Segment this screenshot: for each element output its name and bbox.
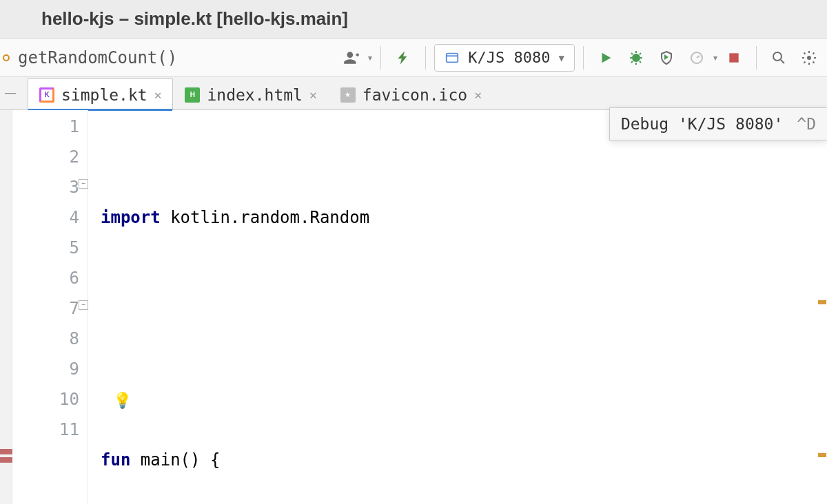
change-marker — [0, 457, 12, 463]
settings-button[interactable] — [795, 44, 823, 72]
svg-point-1 — [632, 54, 640, 62]
line-number[interactable]: 6 — [12, 263, 79, 293]
run-configuration-label: K/JS 8080 — [468, 49, 550, 66]
line-number[interactable]: 4 — [12, 202, 79, 233]
window-title-bar: hello-kjs – simple.kt [hello-kjs.main] — [0, 0, 827, 39]
change-marker — [0, 449, 12, 454]
close-icon[interactable]: ✕ — [309, 87, 317, 102]
close-icon[interactable]: ✕ — [474, 87, 482, 102]
profile-button[interactable] — [683, 44, 711, 72]
warning-marker[interactable] — [818, 453, 826, 457]
kw-import: import — [101, 208, 161, 227]
toolbar-separator — [756, 46, 757, 70]
line-number[interactable]: 9 — [12, 354, 79, 384]
tab-label: favicon.ico — [363, 86, 467, 104]
code-text: () { — [181, 450, 221, 470]
svg-point-5 — [807, 56, 811, 60]
svg-rect-3 — [729, 53, 738, 62]
chevron-down-icon: ▼ — [559, 52, 564, 63]
dropdown-caret-icon[interactable]: ▾ — [713, 53, 717, 63]
tab-label: index.html — [207, 86, 302, 104]
kotlin-file-icon — [39, 87, 54, 103]
breadcrumb-function[interactable]: getRandomCount() — [17, 48, 177, 67]
intention-bulb-icon[interactable]: 💡 — [113, 386, 128, 401]
html-file-icon — [185, 87, 200, 103]
toolbar-separator — [380, 46, 381, 70]
tab-label: simple.kt — [61, 86, 147, 104]
line-number[interactable]: 2 — [12, 142, 79, 172]
fn-name: main — [141, 450, 181, 470]
code-area[interactable]: import kotlin.random.Random fun main() {… — [88, 110, 827, 504]
svg-point-4 — [773, 52, 782, 61]
build-button[interactable] — [389, 44, 417, 72]
stop-button[interactable] — [720, 44, 748, 72]
code-text: kotlin.random.Random — [161, 208, 369, 227]
line-number[interactable]: 11 — [12, 414, 79, 445]
debug-button[interactable] — [622, 44, 650, 72]
close-icon[interactable]: ✕ — [154, 87, 162, 102]
line-number[interactable]: 1 — [12, 112, 79, 142]
line-number[interactable]: 5 — [12, 233, 79, 263]
kw-fun: fun — [101, 450, 130, 470]
toolbar-separator — [425, 46, 426, 70]
editor-tabs: — simple.kt ✕ index.html ✕ favicon.ico ✕ — [0, 77, 827, 110]
collapse-gutter-button[interactable]: — — [0, 83, 21, 103]
line-number[interactable]: 10 — [12, 384, 79, 414]
toolbar-separator — [583, 46, 584, 70]
fold-toggle-icon[interactable]: − — [79, 300, 88, 310]
code-editor[interactable]: 1 2 3 4 5 6 7 8 9 10 11 − − import kotli… — [0, 110, 827, 504]
window-title: hello-kjs – simple.kt [hello-kjs.main] — [41, 8, 348, 30]
line-number[interactable]: 7 — [12, 293, 79, 324]
line-number[interactable]: 3 — [12, 172, 79, 202]
ico-file-icon — [340, 87, 356, 103]
fold-toggle-icon[interactable]: − — [79, 179, 88, 189]
warning-marker[interactable] — [818, 300, 826, 304]
coverage-button[interactable] — [653, 44, 680, 72]
code-with-me-button[interactable] — [338, 44, 365, 72]
run-configuration-selector[interactable]: K/JS 8080 ▼ — [434, 44, 575, 72]
breadcrumb-marker-icon — [3, 54, 10, 61]
dropdown-caret-icon[interactable]: ▾ — [368, 53, 372, 63]
search-button[interactable] — [765, 44, 793, 72]
left-marker-stripe — [0, 110, 12, 504]
svg-rect-0 — [447, 53, 458, 62]
line-number-gutter[interactable]: 1 2 3 4 5 6 7 8 9 10 11 − − — [12, 110, 88, 504]
tab-simple-kt[interactable]: simple.kt ✕ — [28, 78, 173, 110]
main-toolbar: getRandomCount() ▾ K/JS 8080 ▼ ▾ — [0, 39, 827, 77]
line-number[interactable]: 8 — [12, 324, 79, 354]
tab-index-html[interactable]: index.html ✕ — [173, 78, 328, 110]
error-stripe[interactable] — [817, 110, 827, 504]
tab-favicon-ico[interactable]: favicon.ico ✕ — [329, 78, 493, 110]
run-button[interactable] — [592, 44, 620, 72]
